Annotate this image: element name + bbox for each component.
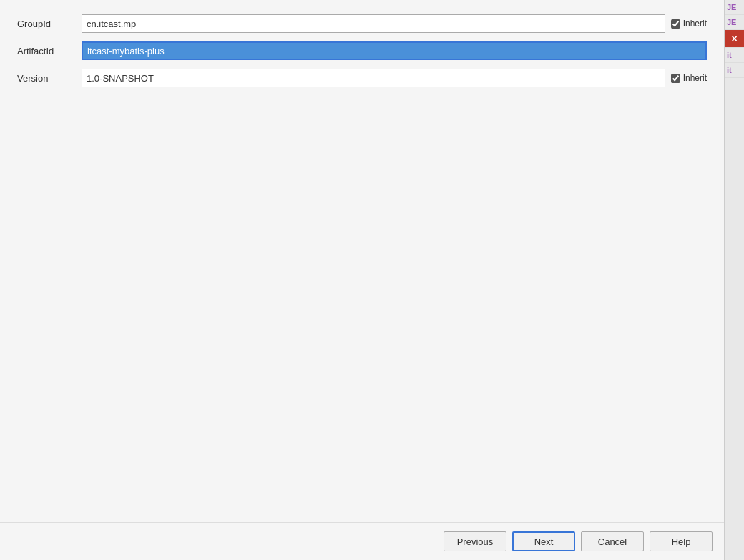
right-panel-item-2: JE [725,15,744,30]
version-inherit: Inherit [671,73,707,83]
groupid-label: GroupId [17,19,82,29]
groupid-inherit-checkbox[interactable] [671,19,680,29]
version-label: Version [17,73,82,84]
groupid-inherit-label: Inherit [683,19,707,29]
groupid-input[interactable] [82,14,665,33]
version-inherit-label: Inherit [683,73,707,83]
version-input[interactable] [82,69,665,87]
version-row: Version Inherit [17,69,707,87]
cancel-button[interactable]: Cancel [581,531,644,551]
groupid-inherit: Inherit [671,19,707,29]
artifactid-input[interactable] [82,41,707,60]
help-button[interactable]: Help [650,531,713,551]
version-inherit-checkbox[interactable] [671,74,680,83]
right-panel-item-3[interactable]: × [725,30,744,48]
artifactid-label: ArtifactId [17,46,82,57]
content-spacer [17,96,707,508]
right-panel-item-1: JE [725,0,744,15]
previous-button[interactable]: Previous [444,531,506,551]
dialog-footer: Previous Next Cancel Help [0,522,724,560]
artifactid-row: ArtifactId [17,41,707,60]
dialog: GroupId Inherit ArtifactId Version Inher… [0,0,724,560]
groupid-row: GroupId Inherit [17,14,707,33]
right-panel: JE JE × it it [724,0,744,560]
right-panel-item-5: it [725,63,744,78]
next-button[interactable]: Next [512,531,575,551]
dialog-content: GroupId Inherit ArtifactId Version Inher… [0,0,724,522]
right-panel-item-4: it [725,48,744,63]
